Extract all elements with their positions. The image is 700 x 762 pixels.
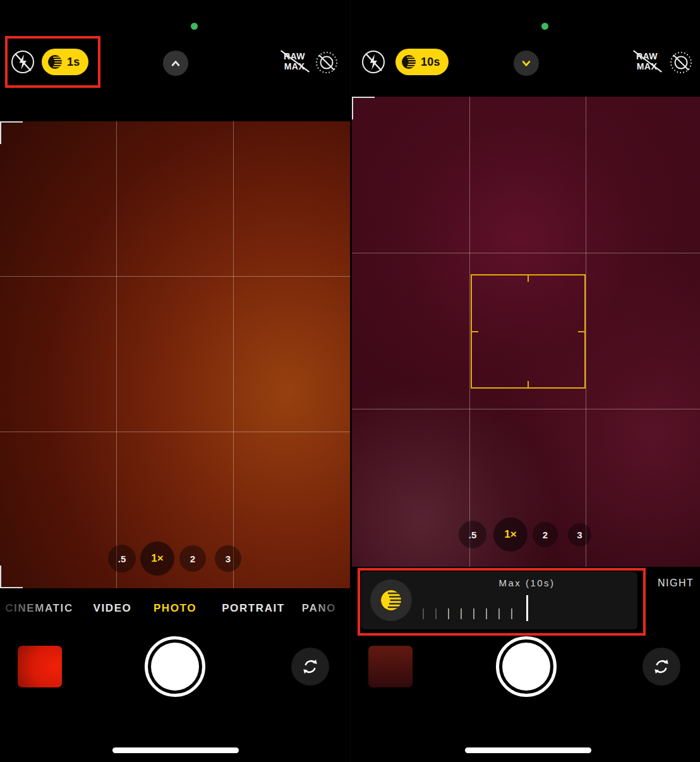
mode-video[interactable]: VIDEO xyxy=(94,602,132,615)
shutter-inner-circle xyxy=(151,643,199,691)
mode-portrait[interactable]: PORTRAIT xyxy=(222,602,285,615)
annotation-highlight-box xyxy=(358,568,646,636)
zoom-2x-button[interactable]: 2 xyxy=(179,545,206,572)
mode-photo[interactable]: PHOTO xyxy=(154,602,196,615)
frame-corner xyxy=(0,121,23,144)
collapse-controls-button[interactable] xyxy=(514,51,539,76)
focus-tick xyxy=(528,275,529,282)
flash-off-button[interactable] xyxy=(361,49,386,75)
zoom-label: 2 xyxy=(543,529,548,540)
live-photo-off-button[interactable] xyxy=(314,50,339,75)
zoom-0.5x-button[interactable]: .5 xyxy=(459,521,486,548)
grid-line xyxy=(352,409,700,409)
zoom-0.5x-button[interactable]: .5 xyxy=(108,545,136,572)
night-mode-label: NIGHT xyxy=(658,578,694,589)
zoom-label: 1× xyxy=(504,528,516,541)
camera-screen-right: 10s RAW MAX xyxy=(350,0,700,762)
raw-max-toggle[interactable]: RAW MAX xyxy=(631,51,663,71)
raw-max-toggle[interactable]: RAW MAX xyxy=(279,51,310,71)
flash-off-icon xyxy=(361,49,386,75)
live-photo-off-icon xyxy=(668,50,694,75)
shutter-inner-circle xyxy=(502,643,550,691)
zoom-3x-button[interactable]: 3 xyxy=(568,523,591,547)
zoom-label: 3 xyxy=(577,529,582,540)
flip-camera-button[interactable] xyxy=(291,648,329,686)
zoom-label: .5 xyxy=(118,553,126,564)
zoom-label: .5 xyxy=(469,529,477,540)
frame-corner xyxy=(352,97,375,119)
grid-line xyxy=(352,253,700,253)
camera-viewfinder[interactable]: .5 1× 2 3 xyxy=(0,121,350,588)
shutter-button[interactable] xyxy=(145,636,205,697)
camera-mode-selector: CINEMATIC VIDEO PHOTO PORTRAIT PANO xyxy=(0,602,350,622)
chevron-down-icon xyxy=(518,55,534,71)
mode-cinematic[interactable]: CINEMATIC xyxy=(5,602,73,615)
zoom-3x-button[interactable]: 3 xyxy=(215,545,241,572)
grid-line xyxy=(233,121,234,588)
frame-corner xyxy=(0,565,23,588)
camera-screen-left: 1s RAW MAX xyxy=(0,0,350,762)
zoom-label: 1× xyxy=(151,552,163,565)
camera-viewfinder[interactable]: .5 1× 2 3 xyxy=(352,97,700,567)
live-photo-off-icon xyxy=(314,50,339,75)
focus-tick xyxy=(578,331,585,332)
focus-tick xyxy=(471,331,478,332)
flip-camera-icon xyxy=(299,656,321,677)
expand-controls-button[interactable] xyxy=(163,51,188,76)
night-mode-duration: 10s xyxy=(421,56,440,69)
zoom-label: 2 xyxy=(190,553,195,564)
flip-camera-icon xyxy=(651,656,672,677)
photo-library-thumbnail[interactable] xyxy=(368,646,413,687)
grid-line xyxy=(0,432,350,432)
screenshot-canvas: 1s RAW MAX xyxy=(0,0,700,762)
home-indicator[interactable] xyxy=(112,747,239,753)
focus-tick xyxy=(528,381,529,388)
flip-camera-button[interactable] xyxy=(643,648,680,686)
zoom-2x-button[interactable]: 2 xyxy=(533,522,558,547)
camera-indicator-dot xyxy=(541,23,548,30)
night-mode-badge[interactable]: 10s xyxy=(395,49,449,75)
focus-square xyxy=(471,274,586,389)
annotation-highlight-box xyxy=(5,36,100,88)
zoom-1x-button[interactable]: 1× xyxy=(493,517,528,552)
chevron-up-icon xyxy=(167,55,184,71)
camera-indicator-dot xyxy=(191,23,198,30)
grid-line xyxy=(0,276,350,277)
grid-line xyxy=(116,121,117,588)
home-indicator[interactable] xyxy=(465,747,591,753)
grid-line xyxy=(469,97,470,567)
grid-line xyxy=(586,97,586,567)
photo-library-thumbnail[interactable] xyxy=(18,646,62,687)
mode-pano[interactable]: PANO xyxy=(302,602,336,615)
shutter-button[interactable] xyxy=(496,636,557,697)
zoom-label: 3 xyxy=(226,553,231,564)
zoom-1x-button[interactable]: 1× xyxy=(140,541,174,576)
live-photo-off-button[interactable] xyxy=(668,50,694,75)
night-mode-moon-icon xyxy=(401,54,417,70)
